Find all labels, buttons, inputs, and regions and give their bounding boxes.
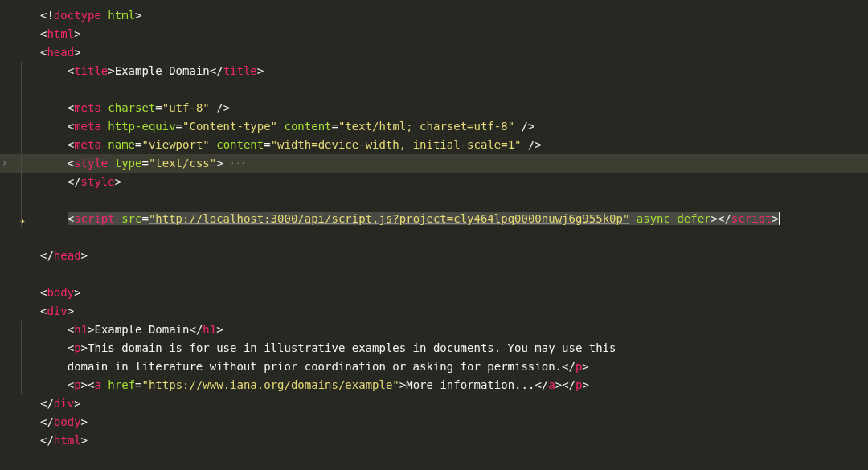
tag-style: style (74, 157, 108, 170)
attr-defer: defer (677, 212, 710, 225)
attr-content: content (285, 120, 332, 133)
fold-chevron-icon[interactable]: › (2, 156, 7, 172)
tag-body: body (47, 286, 74, 299)
fold-indicator-icon[interactable]: ··· (230, 158, 246, 169)
tag-head: head (47, 46, 74, 59)
bracket: <! (40, 9, 54, 22)
code-editor[interactable]: <!doctype html> <html> <head> <title>Exa… (0, 6, 868, 450)
code-line[interactable]: domain in literature without prior coord… (0, 358, 868, 376)
tag-head-close: head (54, 249, 81, 262)
attr-name: name (108, 138, 135, 151)
code-line-selected[interactable]: ✦ <script src="http://localhost:3000/api… (0, 210, 868, 228)
attr-value: "Content-type" (182, 120, 277, 133)
attr-value: "text/html; charset=utf-8" (338, 120, 514, 133)
doctype-keyword: doctype (54, 9, 101, 22)
code-line[interactable]: <!doctype html> (0, 6, 868, 25)
code-line[interactable]: <h1>Example Domain</h1> (0, 321, 868, 339)
tag-style-close: style (81, 175, 115, 188)
code-line-empty[interactable] (0, 80, 868, 99)
tag-meta: meta (74, 138, 101, 151)
tag-h1: h1 (74, 323, 88, 336)
code-line[interactable]: <p><a href="https://www.iana.org/domains… (0, 376, 868, 394)
tag-html-close: html (54, 434, 81, 447)
code-line[interactable]: </body> (0, 413, 868, 431)
attr-value-url: "https://www.iana.org/domains/example" (142, 378, 399, 391)
text-cursor (779, 212, 780, 225)
code-line[interactable]: <div> (0, 302, 868, 321)
code-line-empty[interactable] (0, 265, 868, 284)
code-line[interactable]: </head> (0, 247, 868, 265)
attr-href: href (108, 378, 135, 391)
code-line[interactable]: </style> (0, 173, 868, 191)
code-line[interactable]: </div> (0, 394, 868, 413)
attr-content: content (216, 138, 264, 151)
attr-charset: charset (108, 101, 155, 114)
h1-text: Example Domain (94, 323, 189, 336)
code-line[interactable]: <head> (0, 43, 868, 62)
attr-value: "viewport" (141, 138, 209, 151)
tag-p: p (74, 341, 80, 354)
attr-value: "width=device-width, initial-scale=1" (271, 138, 522, 151)
code-line[interactable]: <meta name="viewport" content="width=dev… (0, 136, 868, 154)
code-line[interactable]: </html> (0, 431, 868, 450)
code-line[interactable]: <html> (0, 25, 868, 43)
tag-html: html (47, 27, 74, 40)
tag-body-close: body (54, 415, 81, 428)
attr-http-equiv: http-equiv (108, 120, 175, 133)
tag-title: title (74, 64, 108, 77)
code-line[interactable]: <body> (0, 284, 868, 302)
doctype-value: html (108, 9, 135, 22)
tag-meta: meta (74, 101, 101, 114)
code-line[interactable]: <title>Example Domain</title> (0, 62, 868, 80)
tag-meta: meta (74, 120, 101, 133)
attr-value-url: "http://localhost:3000/api/script.js?pro… (149, 212, 629, 225)
code-line-current[interactable]: › <style type="text/css"> ··· (0, 154, 868, 173)
attr-value: "utf-8" (162, 101, 210, 114)
code-line[interactable]: <meta http-equiv="Content-type" content=… (0, 117, 868, 136)
tag-div: div (47, 304, 67, 317)
code-line-empty[interactable] (0, 191, 868, 210)
attr-src: src (121, 212, 141, 225)
code-line[interactable]: <meta charset="utf-8" /> (0, 99, 868, 117)
title-text: Example Domain (115, 64, 210, 77)
attr-value: "text/css" (149, 157, 216, 170)
tag-div-close: div (54, 397, 74, 410)
link-text: More information... (406, 378, 534, 391)
tag-script: script (74, 212, 115, 225)
code-line[interactable]: <p>This domain is for use in illustrativ… (0, 339, 868, 358)
tag-a: a (94, 378, 100, 391)
tag-p: p (74, 378, 80, 391)
attr-type: type (115, 157, 142, 170)
attr-async: async (637, 212, 670, 225)
paragraph-text: domain in literature without prior coord… (68, 360, 562, 373)
paragraph-text: This domain is for use in illustrative e… (88, 341, 616, 354)
code-line-empty[interactable] (0, 228, 868, 247)
